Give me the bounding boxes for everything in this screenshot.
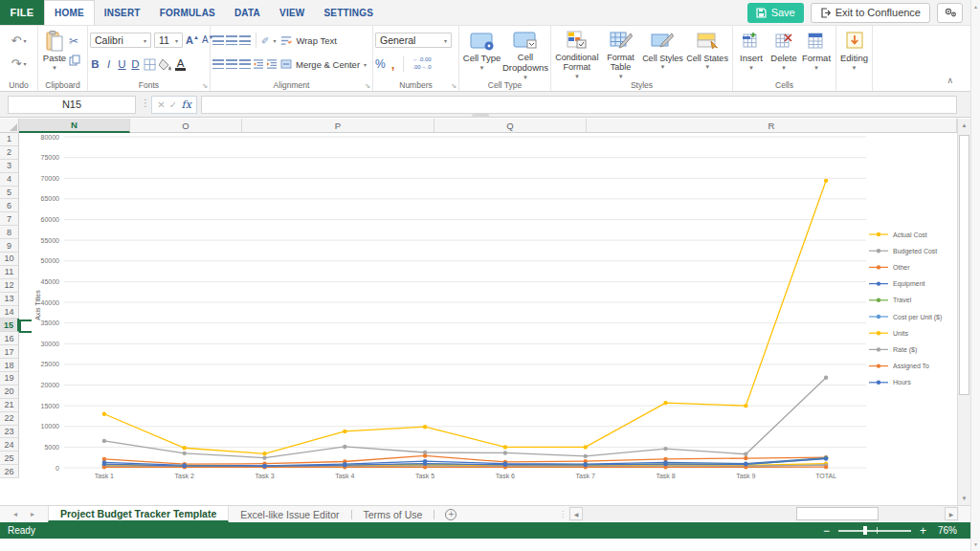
increase-indent-icon[interactable] [266,59,278,69]
zoom-slider-thumb[interactable] [863,526,867,535]
select-all-corner[interactable] [0,119,19,133]
settings-gears-button[interactable] [937,3,963,23]
confirm-formula-icon[interactable]: ✓ [169,99,177,110]
delete-cells-button[interactable]: Delete ▼ [768,29,800,79]
name-box-splitter[interactable]: ⋮ [141,98,150,108]
paste-button[interactable]: Paste ▼ [40,29,69,79]
horizontal-scrollbar-track[interactable] [584,507,944,520]
file-menu-button[interactable]: FILE [0,0,44,25]
conditional-format-button[interactable]: Conditional Format ▼ [553,29,601,79]
ribbon-tab-settings[interactable]: SETTINGS [314,0,383,25]
row-header-21[interactable]: 21 [0,399,19,412]
align-right-icon[interactable] [239,59,251,69]
row-header-22[interactable]: 22 [0,412,19,426]
row-header-15[interactable]: 15 [0,319,19,332]
comma-style-icon[interactable]: , [391,57,395,72]
row-header-26[interactable]: 26 [0,465,19,478]
percent-style-icon[interactable]: % [375,57,386,71]
save-button[interactable]: Save [747,3,804,23]
sheet-tab-project-budget[interactable]: Project Budget Tracker Template [48,506,229,522]
cell-styles-button[interactable]: Cell Styles ▼ [641,29,685,79]
cell-type-button[interactable]: Cell Type ▼ [461,29,502,79]
row-header-25[interactable]: 25 [0,452,19,465]
borders-icon[interactable] [144,58,156,71]
italic-button[interactable]: I [103,58,114,70]
fonts-dialog-launcher[interactable]: ⇘ [202,82,208,90]
font-color-icon[interactable]: A [175,58,186,71]
row-header-12[interactable]: 12 [0,279,19,293]
align-middle-icon[interactable] [226,35,237,45]
align-bottom-icon[interactable] [239,35,251,45]
row-header-17[interactable]: 17 [0,345,19,359]
page-scrollbar[interactable]: ▲ ▼ [970,0,980,551]
redo-button[interactable]: ↷▾ [9,55,30,72]
row-header-13[interactable]: 13 [0,293,19,306]
collapse-ribbon-button[interactable]: ∧ [947,76,953,85]
sheet-tab-next-icon[interactable]: ▸ [31,510,34,518]
bold-button[interactable]: B [90,58,100,70]
row-header-11[interactable]: 11 [0,266,19,279]
align-center-icon[interactable] [226,59,237,69]
copy-icon[interactable] [69,55,80,66]
column-header-P[interactable]: P [242,119,434,133]
row-header-20[interactable]: 20 [0,386,19,399]
zoom-in-icon[interactable]: + [920,524,926,538]
cancel-formula-icon[interactable]: ✕ [157,99,165,110]
number-format-select[interactable]: General▾ [375,33,452,48]
alignment-dialog-launcher[interactable]: ⇘ [365,82,370,90]
zoom-out-icon[interactable]: − [823,524,830,538]
row-header-24[interactable]: 24 [0,438,19,452]
row-header-8[interactable]: 8 [0,226,19,239]
insert-cells-button[interactable]: Insert ▼ [735,29,768,79]
merge-center-icon[interactable] [280,59,292,69]
column-header-N[interactable]: N [19,119,130,133]
double-underline-button[interactable]: D [130,58,141,70]
font-name-select[interactable]: Calibri▾ [90,33,151,48]
scroll-down-icon[interactable]: ▼ [958,492,970,505]
align-left-icon[interactable] [212,59,224,69]
cell-states-button[interactable]: Cell States ▼ [684,29,730,79]
cell-dropdowns-button[interactable]: Cell Dropdowns ▼ [502,29,548,79]
row-header-1[interactable]: 1 [0,133,19,146]
orientation-icon[interactable]: ✐ [261,35,269,46]
sheet-tab-prev-icon[interactable]: ◂ [13,510,17,518]
column-header-Q[interactable]: Q [434,119,587,133]
editing-button[interactable]: Editing ▼ [838,29,870,79]
row-header-6[interactable]: 6 [0,199,19,212]
format-table-button[interactable]: Format Table ▼ [601,29,641,79]
add-sheet-button[interactable]: + [434,506,467,522]
ribbon-tab-view[interactable]: VIEW [270,0,314,25]
vertical-scrollbar-thumb[interactable] [959,135,969,395]
sheet-tab-terms[interactable]: Terms of Use [352,506,434,522]
page-scroll-down-icon[interactable]: ▼ [971,540,980,549]
ribbon-tab-insert[interactable]: INSERT [95,0,150,25]
column-header-R[interactable]: R [587,119,957,133]
row-header-3[interactable]: 3 [0,160,19,173]
name-box[interactable]: N15 [8,96,136,114]
exit-to-confluence-button[interactable]: Exit to Confluence [811,3,930,23]
page-scroll-up-icon[interactable]: ▲ [971,2,980,11]
chart-object[interactable]: 0500010000150002000025000300003500040000… [32,133,955,489]
scroll-up-icon[interactable]: ▲ [958,119,970,132]
ribbon-tab-home[interactable]: HOME [44,0,95,25]
sheet-tab-issue-editor[interactable]: Excel-like Issue Editor [229,506,350,522]
vertical-scrollbar[interactable]: ▲ ▼ [957,119,970,505]
decimal-buttons[interactable]: ←.0.00.00→.0 [412,56,431,72]
insert-function-icon[interactable]: fx [182,99,191,111]
scroll-left-icon[interactable]: ◀ [569,507,583,520]
formula-input[interactable] [201,96,957,114]
cut-icon[interactable]: ✂ [69,34,80,48]
underline-button[interactable]: U [117,58,127,70]
row-header-23[interactable]: 23 [0,426,19,439]
horizontal-scrollbar-thumb[interactable] [796,507,879,520]
row-header-4[interactable]: 4 [0,173,19,187]
zoom-slider[interactable] [838,526,911,535]
zoom-percentage[interactable]: 76% [938,525,957,536]
row-header-2[interactable]: 2 [0,146,19,160]
row-header-7[interactable]: 7 [0,212,19,226]
row-header-14[interactable]: 14 [0,306,19,320]
font-size-select[interactable]: 11▾ [154,33,183,48]
row-header-10[interactable]: 10 [0,253,19,266]
row-header-5[interactable]: 5 [0,187,19,200]
decrease-indent-icon[interactable] [253,59,264,69]
